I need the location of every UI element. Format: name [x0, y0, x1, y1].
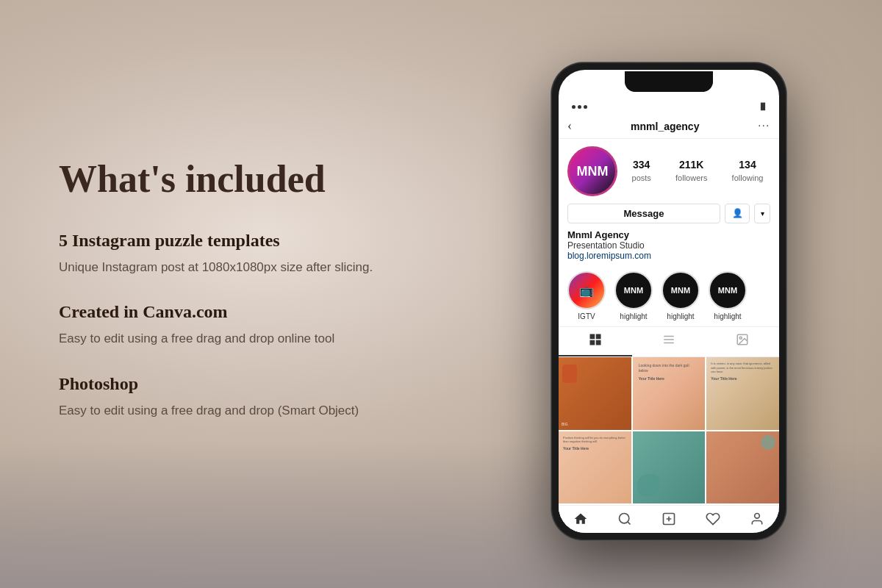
screen-inner: ▉ ‹ mnml_agency ··· MNM: [559, 99, 779, 533]
status-battery: ▉: [761, 103, 766, 110]
highlight-igtv-label: IGTV: [578, 312, 595, 320]
signal-dot-2: [578, 105, 581, 109]
svg-point-8: [739, 337, 742, 339]
dropdown-button[interactable]: ▾: [754, 204, 770, 223]
highlight-3-label: highlight: [714, 312, 741, 320]
svg-rect-3: [596, 340, 601, 345]
svg-rect-2: [590, 340, 595, 345]
highlight-3[interactable]: MNM highlight: [709, 271, 747, 320]
stat-following-label: following: [732, 173, 764, 182]
grid-post-3[interactable]: It is certain, in any case, that ignoran…: [706, 357, 779, 430]
highlight-1[interactable]: MNM highlight: [614, 271, 653, 320]
highlight-2-label: highlight: [667, 312, 694, 320]
highlight-1-label: highlight: [620, 312, 647, 320]
main-title: What's included: [59, 157, 412, 201]
ig-highlights: 📺 IGTV MNM highlight MNM: [559, 265, 779, 326]
right-panel: ▉ ‹ mnml_agency ··· MNM: [456, 0, 882, 588]
status-bar: ▉: [559, 99, 779, 114]
grid-post-2[interactable]: Looking down into the dark gull below Yo…: [633, 357, 706, 430]
tab-grid[interactable]: [559, 327, 632, 356]
nav-search[interactable]: [603, 512, 647, 530]
svg-point-13: [755, 514, 760, 519]
phone-screen: ▉ ‹ mnml_agency ··· MNM: [559, 70, 779, 533]
grid-post-5[interactable]: [633, 431, 706, 504]
stat-following: 134 following: [732, 159, 764, 184]
stat-posts-number: 334: [632, 159, 651, 171]
ig-actions: Message 👤 ▾: [559, 201, 779, 228]
ig-header: ‹ mnml_agency ···: [559, 114, 779, 139]
follow-button[interactable]: 👤: [725, 204, 750, 223]
section-desc-2: Easy to edit using a free drag and drop …: [59, 329, 412, 348]
ig-tabs: [559, 326, 779, 357]
bio-name: Mnml Agency: [567, 229, 770, 240]
status-signal-dots: [572, 105, 587, 109]
igtv-icon: 📺: [579, 284, 594, 298]
ig-username: mnml_agency: [631, 121, 699, 132]
highlight-igtv-circle: 📺: [567, 271, 606, 309]
stat-followers-label: followers: [675, 173, 707, 182]
ig-stats: 334 posts 211K followers 134 following: [625, 159, 770, 184]
ig-avatar: MNM: [567, 146, 617, 196]
section-title-3: Photoshop: [59, 374, 412, 394]
highlight-igtv[interactable]: 📺 IGTV: [567, 271, 606, 320]
section-desc-1: Unique Instagram post at 1080x1080px siz…: [59, 258, 412, 277]
dropdown-icon: ▾: [761, 209, 764, 218]
svg-rect-1: [596, 334, 601, 340]
phone-mockup: ▉ ‹ mnml_agency ··· MNM: [551, 62, 786, 540]
section-desc-3: Easy to edit using a free drag and drop …: [59, 401, 412, 420]
svg-rect-0: [590, 334, 595, 340]
ig-bio: Mnml Agency Presentation Studio blog.lor…: [559, 228, 779, 265]
left-panel: What's included 5 Instagram puzzle templ…: [0, 0, 456, 588]
highlight-2-circle: MNM: [662, 271, 700, 309]
nav-activity[interactable]: [691, 512, 735, 530]
signal-dot-1: [572, 105, 576, 109]
highlight-1-circle: MNM: [614, 271, 653, 309]
section-title-2: Created in Canva.com: [59, 302, 412, 322]
highlight-2-logo: MNM: [671, 286, 690, 295]
post-text-4: Positive thinking will let you do everyt…: [563, 436, 627, 444]
post-subtitle-3: Your Title Here: [711, 376, 775, 381]
highlight-3-logo: MNM: [718, 286, 737, 295]
stat-posts: 334 posts: [632, 159, 651, 184]
nav-profile[interactable]: [735, 512, 779, 530]
svg-point-9: [620, 514, 629, 523]
highlight-2[interactable]: MNM highlight: [662, 271, 700, 320]
grid-post-4[interactable]: Positive thinking will let you do everyt…: [559, 431, 631, 504]
post-text-2: Looking down into the dark gull below: [639, 363, 700, 373]
tab-list[interactable]: [632, 327, 706, 356]
stat-following-number: 134: [732, 159, 764, 171]
phone-notch: [625, 73, 713, 92]
signal-dot-3: [584, 105, 587, 109]
back-button[interactable]: ‹: [567, 118, 572, 134]
avatar-text: MNM: [577, 164, 609, 179]
grid-post-1[interactable]: BIG: [559, 357, 631, 430]
bio-link[interactable]: blog.loremipsum.com: [567, 251, 770, 261]
more-options-icon[interactable]: ···: [759, 121, 771, 132]
grid-post-6[interactable]: [706, 431, 779, 504]
tab-tagged[interactable]: [706, 327, 779, 356]
stat-posts-label: posts: [632, 173, 651, 182]
bio-description: Presentation Studio: [567, 240, 770, 251]
post-subtitle-4: Your Title Here: [563, 446, 627, 451]
message-button[interactable]: Message: [567, 204, 720, 223]
follow-icon: 👤: [732, 208, 743, 219]
nav-home[interactable]: [559, 512, 603, 530]
section-title-1: 5 Instagram puzzle templates: [59, 231, 412, 251]
ig-bottom-nav: [559, 505, 779, 533]
ig-profile-row: MNM 334 posts 211K followers: [559, 139, 779, 201]
highlight-1-logo: MNM: [624, 286, 643, 295]
stat-followers: 211K followers: [675, 159, 707, 184]
post-text-1: BIG: [562, 422, 628, 427]
post-text-3: It is certain, in any case, that ignoran…: [711, 362, 775, 374]
post-subtitle-2: Your Title Here: [639, 376, 700, 381]
stat-followers-number: 211K: [675, 159, 707, 171]
nav-add[interactable]: [647, 512, 691, 530]
highlight-3-circle: MNM: [709, 271, 747, 309]
